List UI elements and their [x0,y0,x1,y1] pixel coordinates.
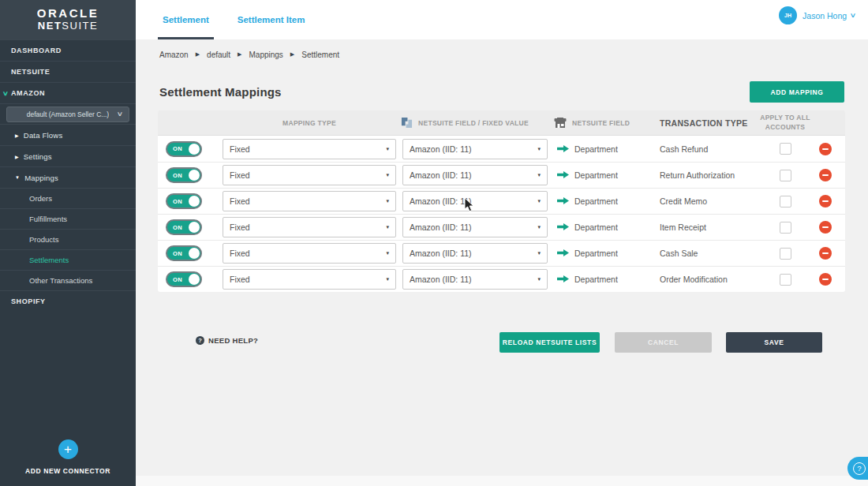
sidebar-item-dashboard[interactable]: DASHBOARD [0,39,136,61]
connector-select-row: default (Amazon Seller C...) ∨ [0,103,136,124]
save-button[interactable]: SAVE [726,332,822,353]
apply-all-checkbox[interactable] [780,222,791,234]
select-value: Amazon (IID: 11) [410,196,472,206]
table-row: ON Fixed▾ Amazon (IID: 11)▾ Department C… [158,136,845,162]
select-value: Amazon (IID: 11) [410,222,472,232]
tab-settlement-item[interactable]: Settlement Item [233,0,310,39]
map-arrow-icon [557,272,569,286]
transaction-type-value: Return Authorization [660,170,765,180]
row-enabled-toggle[interactable]: ON [166,193,202,209]
help-button[interactable]: ? [847,457,868,480]
sidebar-item-products[interactable]: Products [0,229,136,249]
remove-row-button[interactable] [819,169,832,181]
need-help-link[interactable]: ? NEED HELP? [196,336,258,345]
sidebar-item-settlements[interactable]: Settlements [0,249,136,270]
sidebar-item-other-transactions[interactable]: Other Transactions [0,270,136,290]
sidebar-item-label: NETSUITE [11,68,50,76]
remove-row-button[interactable] [819,247,832,260]
sidebar-item-label: Other Transactions [29,276,92,285]
storefront-icon [554,118,567,129]
fixed-value-select[interactable]: Amazon (IID: 11)▾ [402,243,548,264]
fixed-value-select[interactable]: Amazon (IID: 11)▾ [402,217,548,237]
connector-select[interactable]: default (Amazon Seller C...) ∨ [6,107,129,122]
sidebar-item-amazon[interactable]: ∨ AMAZON [0,82,136,103]
caret-down-icon: ▾ [386,250,389,256]
question-icon: ? [853,462,866,475]
row-enabled-toggle[interactable]: ON [166,271,202,287]
table-row: ON Fixed▾ Amazon (IID: 11)▾ Department I… [158,214,845,240]
cancel-button[interactable]: CANCEL [615,332,712,353]
sidebar-item-label: Settings [24,152,52,161]
fixed-value-select[interactable]: Amazon (IID: 11)▾ [402,191,548,211]
netsuite-field-value: Department [574,222,660,232]
sidebar-item-settings[interactable]: ▶ Settings [0,145,136,166]
apply-all-checkbox[interactable] [780,248,791,260]
tab-settlement[interactable]: Settlement [158,0,214,39]
chevron-down-icon: ∨ [2,90,9,97]
apply-all-checkbox[interactable] [780,170,791,181]
toggle-on-label: ON [173,276,182,283]
page-title: Settlement Mappings [159,85,282,99]
row-enabled-toggle[interactable]: ON [166,141,202,157]
sidebar-item-label: DASHBOARD [11,47,62,54]
remove-row-button[interactable] [819,273,832,286]
column-header-netsuite-field: NETSUITE FIELD [551,118,660,129]
sidebar-item-label: AMAZON [11,89,45,97]
select-value: Fixed [230,222,250,232]
row-enabled-toggle[interactable]: ON [166,167,202,183]
sidebar-item-label: SHOPIFY [11,297,46,305]
sidebar-item-fulfillments[interactable]: Fulfillments [0,208,136,229]
caret-down-icon: ▾ [537,276,541,282]
add-new-connector-button[interactable]: + ADD NEW CONNECTOR [0,439,136,475]
mapping-type-select[interactable]: Fixed▾ [223,269,396,290]
mapping-type-select[interactable]: Fixed▾ [223,217,396,237]
remove-row-button[interactable] [819,195,832,207]
select-value: Fixed [230,170,250,180]
fixed-value-select[interactable]: Amazon (IID: 11)▾ [402,139,548,159]
apply-all-checkbox[interactable] [780,274,791,286]
reload-netsuite-lists-button[interactable]: RELOAD NETSUITE LISTS [499,332,600,353]
apply-all-checkbox[interactable] [780,196,791,207]
transaction-type-value: Order Modification [660,275,765,284]
row-enabled-toggle[interactable]: ON [166,245,202,261]
table-row: ON Fixed▾ Amazon (IID: 11)▾ Department O… [158,266,845,292]
netsuite-field-value: Department [574,196,660,206]
need-help-label: NEED HELP? [208,336,258,345]
fixed-value-select[interactable]: Amazon (IID: 11)▾ [402,165,548,185]
add-mapping-button[interactable]: ADD MAPPING [750,81,844,103]
row-enabled-toggle[interactable]: ON [166,219,202,235]
breadcrumb-default[interactable]: default [207,50,230,59]
connector-select-value: default (Amazon Seller C...) [27,110,109,118]
sidebar-item-label: Fulfillments [29,215,67,223]
table-row: ON Fixed▾ Amazon (IID: 11)▾ Department R… [158,162,845,188]
breadcrumb-mappings[interactable]: Mappings [249,50,283,59]
caret-down-icon: ▾ [537,198,541,204]
caret-down-icon: ▾ [386,146,389,152]
sidebar-item-orders[interactable]: Orders [0,188,136,208]
apply-all-checkbox[interactable] [780,143,791,155]
user-menu[interactable]: JH Jason Hong ∨ [779,6,855,24]
select-value: Fixed [230,196,250,206]
mapping-type-select[interactable]: Fixed▾ [223,243,396,264]
sidebar-item-mappings[interactable]: ▼ Mappings [0,166,136,188]
table-row: ON Fixed▾ Amazon (IID: 11)▾ Department C… [158,240,845,266]
fixed-value-select[interactable]: Amazon (IID: 11)▾ [402,269,548,290]
sidebar-item-data-flows[interactable]: ▶ Data Flows [0,124,136,145]
sidebar-item-netsuite[interactable]: NETSUITE [0,61,136,82]
remove-row-button[interactable] [819,143,832,155]
mapping-type-select[interactable]: Fixed▾ [223,191,396,211]
toggle-knob [189,144,200,155]
remove-row-button[interactable] [819,221,832,234]
caret-down-icon: ▾ [537,224,541,230]
caret-down-icon: ▾ [386,276,389,282]
column-header-netsuite-field-fixed-value: NETSUITE FIELD / FIXED VALUE [399,117,551,129]
mapping-type-select[interactable]: Fixed▾ [223,165,396,185]
select-value: Fixed [230,144,250,154]
sidebar-item-shopify[interactable]: SHOPIFY [0,290,136,312]
mapping-type-select[interactable]: Fixed▾ [223,139,396,159]
transaction-type-value: Cash Refund [660,144,765,154]
sidebar-item-label: Settlements [29,256,69,264]
toggle-on-label: ON [173,172,182,179]
breadcrumb-amazon[interactable]: Amazon [159,50,189,59]
user-name: Jason Hong [803,11,847,21]
